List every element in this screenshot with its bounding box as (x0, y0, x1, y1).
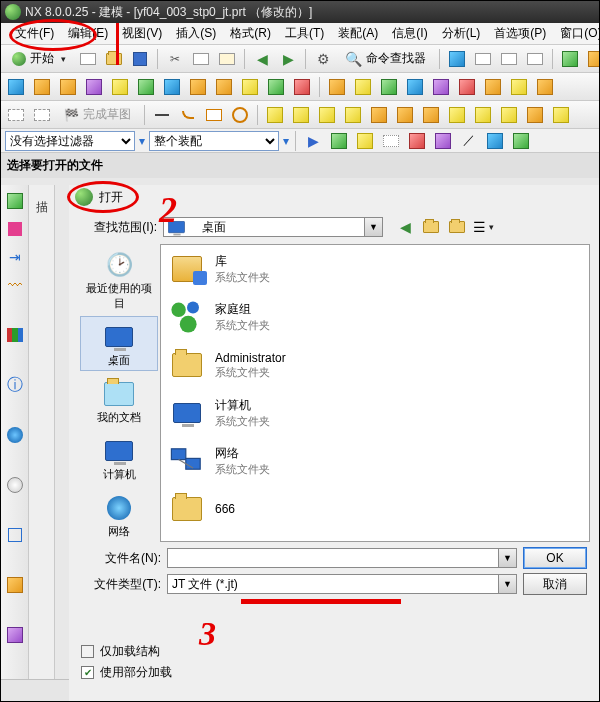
feat-btn[interactable] (31, 76, 53, 98)
menu-window[interactable]: 窗口(O) (554, 23, 600, 44)
sk-btn[interactable] (264, 104, 286, 126)
feat-btn[interactable] (5, 76, 27, 98)
sk-btn[interactable] (290, 104, 312, 126)
place-recent[interactable]: 🕑 最近使用的项目 (80, 244, 158, 314)
selection-filter-combo[interactable]: 没有选择过滤器 (5, 131, 135, 151)
rb-navigator[interactable] (5, 191, 25, 211)
view-btn-4[interactable] (524, 48, 546, 70)
feat-btn[interactable] (508, 76, 530, 98)
scope-chevron-icon[interactable]: ▾ (283, 134, 289, 148)
sk-btn[interactable] (472, 104, 494, 126)
menu-preferences[interactable]: 首选项(P) (488, 23, 552, 44)
menu-information[interactable]: 信息(I) (386, 23, 433, 44)
structure-only-checkbox[interactable] (81, 645, 94, 658)
sketch-btn[interactable] (31, 104, 53, 126)
feat-btn[interactable] (213, 76, 235, 98)
sel-btn[interactable] (328, 130, 350, 152)
list-item[interactable]: 家庭组 系统文件夹 (161, 293, 589, 341)
copy-button[interactable] (190, 48, 212, 70)
rb-module[interactable] (5, 525, 25, 545)
menu-assemblies[interactable]: 装配(A) (332, 23, 384, 44)
sk-btn[interactable] (446, 104, 468, 126)
feat-btn[interactable] (456, 76, 478, 98)
feat-btn[interactable] (239, 76, 261, 98)
sk-btn[interactable] (368, 104, 390, 126)
feat-btn[interactable] (534, 76, 556, 98)
file-list[interactable]: 库 系统文件夹 家庭组 系统文件夹 Administ (160, 244, 590, 542)
sel-btn[interactable] (302, 130, 324, 152)
sk-btn[interactable] (420, 104, 442, 126)
back-button[interactable] (395, 217, 415, 237)
menu-view[interactable]: 视图(V) (116, 23, 168, 44)
sel-btn[interactable] (432, 130, 454, 152)
list-item[interactable]: Administrator 系统文件夹 (161, 341, 589, 389)
sk-btn[interactable] (316, 104, 338, 126)
list-item[interactable]: 666 (161, 485, 589, 533)
list-item[interactable]: 库 系统文件夹 (161, 245, 589, 293)
rb-roles[interactable] (5, 625, 25, 645)
up-button[interactable] (421, 217, 441, 237)
rb-history[interactable] (5, 475, 25, 495)
view-btn-6[interactable] (585, 48, 599, 70)
view-btn-2[interactable] (472, 48, 494, 70)
feat-btn[interactable] (187, 76, 209, 98)
panel-tab-label[interactable]: 描 (29, 185, 54, 197)
sel-btn[interactable] (380, 130, 402, 152)
rb-wave[interactable]: 〰 (5, 275, 25, 295)
menu-insert[interactable]: 插入(S) (170, 23, 222, 44)
menu-format[interactable]: 格式(R) (224, 23, 277, 44)
feat-btn[interactable] (326, 76, 348, 98)
paste-button[interactable] (216, 48, 238, 70)
cut-button[interactable] (164, 48, 186, 70)
assembly-scope-combo[interactable]: 整个装配 (149, 131, 279, 151)
save-button[interactable] (129, 48, 151, 70)
view-btn-1[interactable] (446, 48, 468, 70)
place-computer[interactable]: 计算机 (80, 430, 158, 485)
sk-btn[interactable] (177, 104, 199, 126)
sel-btn[interactable] (354, 130, 376, 152)
sk-btn[interactable] (203, 104, 225, 126)
feat-btn[interactable] (161, 76, 183, 98)
start-dropdown[interactable]: 开始 (5, 48, 73, 70)
sel-btn[interactable]: ／ (458, 130, 480, 152)
new-button[interactable] (77, 48, 99, 70)
lookin-combo[interactable]: 桌面 ▼ (163, 217, 383, 237)
place-documents[interactable]: 我的文档 (80, 373, 158, 428)
menu-edit[interactable]: 编辑(E) (62, 23, 114, 44)
place-desktop[interactable]: 桌面 (80, 316, 158, 371)
partial-load-checkbox[interactable] (81, 666, 94, 679)
view-btn-5[interactable] (559, 48, 581, 70)
rb-constraint[interactable]: ⇥ (5, 247, 25, 267)
menu-file[interactable]: 文件(F) (9, 23, 60, 44)
view-btn-3[interactable] (498, 48, 520, 70)
filter-chevron-icon[interactable]: ▾ (139, 134, 145, 148)
filetype-combo[interactable]: JT 文件 (*.jt) ▼ (167, 574, 517, 594)
undo-button[interactable] (251, 48, 273, 70)
list-item[interactable]: 网络 系统文件夹 (161, 437, 589, 485)
feat-btn[interactable] (57, 76, 79, 98)
feat-btn[interactable] (378, 76, 400, 98)
menu-tools[interactable]: 工具(T) (279, 23, 330, 44)
feat-btn[interactable] (352, 76, 374, 98)
view-mode-button[interactable]: ☰ (473, 217, 493, 237)
cancel-button[interactable]: 取消 (523, 573, 587, 595)
sk-btn[interactable] (524, 104, 546, 126)
sk-btn[interactable] (229, 104, 251, 126)
open-button[interactable] (103, 48, 125, 70)
filename-combo[interactable]: ▼ (167, 548, 517, 568)
sk-btn[interactable] (342, 104, 364, 126)
feat-btn[interactable] (291, 76, 313, 98)
feat-btn[interactable] (83, 76, 105, 98)
list-item[interactable]: 计算机 系统文件夹 (161, 389, 589, 437)
sel-btn[interactable] (406, 130, 428, 152)
feat-btn[interactable] (265, 76, 287, 98)
rb-reuse[interactable] (5, 325, 25, 345)
gear-button[interactable] (312, 48, 334, 70)
ok-button[interactable]: OK (523, 547, 587, 569)
sel-btn[interactable] (484, 130, 506, 152)
command-finder[interactable]: 🔍 命令查找器 (338, 48, 433, 70)
menu-analysis[interactable]: 分析(L) (436, 23, 487, 44)
sk-btn[interactable] (394, 104, 416, 126)
rb-teamcenter[interactable]: ⓘ (5, 375, 25, 395)
feat-btn[interactable] (109, 76, 131, 98)
